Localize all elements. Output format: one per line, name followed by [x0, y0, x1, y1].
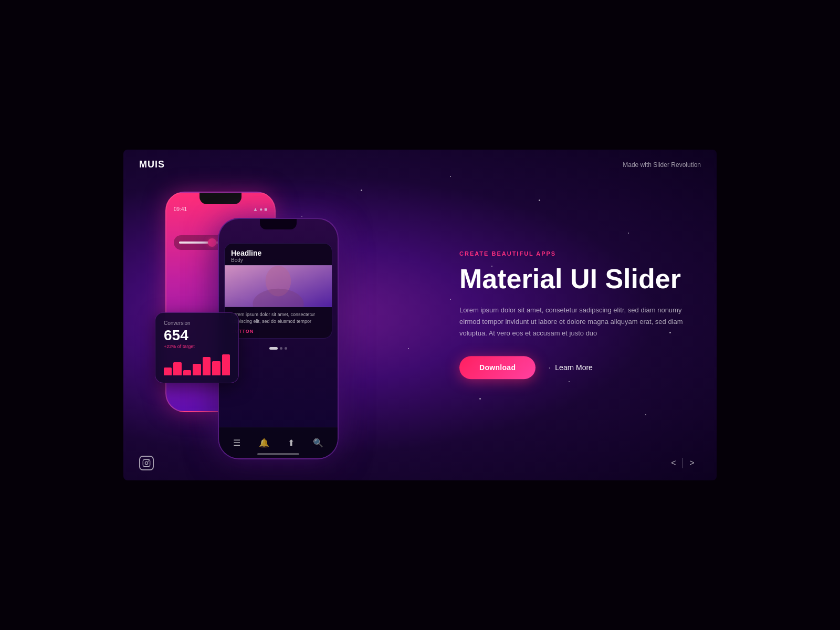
main-hero-section: MUIS Made with Slider Revolution 09:41 ▲… — [123, 150, 717, 480]
dot-3 — [285, 347, 287, 350]
card-headline: Headline — [231, 249, 326, 257]
dot-1 — [269, 347, 278, 350]
prev-arrow-button[interactable]: < — [665, 454, 682, 472]
phone-notch-front — [260, 219, 297, 229]
conversion-number: 654 — [164, 328, 230, 343]
dot-2 — [280, 347, 282, 350]
tagline: CREATE BEAUTIFUL APPS — [459, 250, 685, 257]
phone-card: Headline Body — [224, 243, 332, 339]
svg-rect-3 — [143, 459, 150, 466]
svg-point-5 — [148, 460, 149, 461]
phones-area: 09:41 ▲ ● ■ Headline — [155, 176, 449, 470]
bar — [222, 354, 230, 375]
phone-back-icons: ▲ ● ■ — [253, 206, 267, 212]
phone-back-time: 09:41 — [174, 206, 187, 212]
phone-back-status: 09:41 ▲ ● ■ — [166, 204, 275, 214]
card-button-label: BUTTON — [225, 329, 332, 338]
main-title: Material UI Slider — [459, 264, 685, 294]
slider-fill — [179, 242, 212, 244]
bar — [203, 357, 211, 375]
main-description: Lorem ipsum dolor sit amet, consetetur s… — [459, 304, 685, 339]
card-body-label: Body — [231, 257, 326, 263]
card-desc: Lorem ipsum dolor sit amet, consectetur … — [225, 307, 332, 329]
card-image-svg — [225, 265, 332, 307]
phone-back-notch — [200, 193, 242, 204]
content-area: CREATE BEAUTIFUL APPS Material UI Slider… — [459, 250, 685, 379]
learn-more-button[interactable]: Learn More — [548, 362, 593, 373]
bar — [173, 362, 181, 375]
bar — [212, 361, 220, 376]
bar — [193, 364, 201, 376]
svg-point-4 — [145, 461, 148, 464]
conversion-label: Conversion — [164, 320, 230, 326]
logo: MUIS — [139, 159, 165, 170]
card-image-fill — [225, 265, 332, 307]
conversion-card: Conversion 654 +22% of target — [155, 312, 239, 383]
header: MUIS Made with Slider Revolution — [123, 150, 717, 180]
bar — [164, 368, 172, 375]
instagram-icon[interactable] — [139, 456, 154, 470]
card-header: Headline Body — [225, 244, 332, 265]
bar-chart — [164, 354, 230, 375]
nav-arrows: < > — [665, 454, 701, 472]
card-image — [225, 265, 332, 307]
footer: < > — [123, 446, 717, 480]
bar — [183, 370, 191, 375]
cta-row: Download Learn More — [459, 356, 685, 380]
conversion-sub: +22% of target — [164, 344, 230, 349]
slider-thumb — [208, 238, 216, 247]
next-arrow-button[interactable]: > — [683, 454, 701, 472]
download-button[interactable]: Download — [459, 356, 536, 380]
page-wrapper: MUIS Made with Slider Revolution 09:41 ▲… — [0, 0, 840, 630]
made-with-label: Made with Slider Revolution — [623, 161, 701, 169]
